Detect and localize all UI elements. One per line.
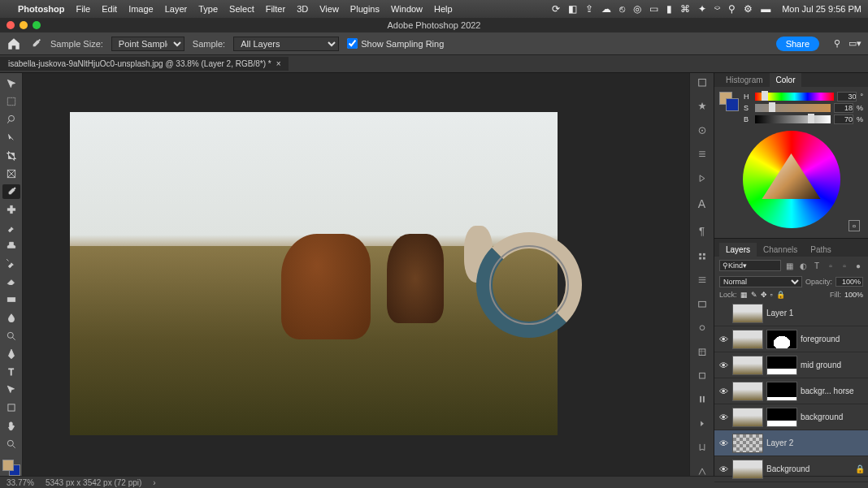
layer-visibility-icon[interactable]: 👁	[718, 386, 729, 397]
dock-icon[interactable]	[695, 101, 710, 110]
status-icon[interactable]: ✦	[698, 3, 706, 15]
hue-input[interactable]	[837, 92, 857, 101]
layer-thumbnail[interactable]	[732, 330, 763, 349]
menu-type[interactable]: Type	[198, 4, 218, 14]
document-canvas[interactable]	[70, 112, 558, 435]
filter-shape-icon[interactable]: ▫	[826, 261, 835, 270]
status-icon[interactable]: ◎	[633, 3, 641, 15]
show-sampling-ring-checkbox[interactable]: Show Sampling Ring	[347, 38, 444, 49]
menu-window[interactable]: Window	[391, 4, 423, 14]
brush-tool[interactable]	[2, 221, 20, 235]
menu-image[interactable]: Image	[128, 4, 154, 14]
filter-toggle-icon[interactable]: ●	[853, 261, 863, 270]
tab-histogram[interactable]: Histogram	[719, 73, 770, 87]
status-icon[interactable]: ⌘	[680, 3, 690, 15]
dodge-tool[interactable]	[2, 329, 20, 343]
tab-layers[interactable]: Layers	[719, 243, 757, 257]
brightness-input[interactable]	[834, 114, 853, 124]
layer-row[interactable]: 👁background	[714, 404, 868, 430]
blend-mode-select[interactable]: Normal	[719, 276, 802, 287]
menu-edit[interactable]: Edit	[102, 4, 117, 14]
dock-icon[interactable]	[695, 419, 710, 428]
document-dimensions[interactable]: 5343 px x 3542 px (72 ppi)	[46, 478, 141, 487]
filter-type-icon[interactable]: T	[812, 261, 822, 270]
layer-lock-icon[interactable]: 🔒	[855, 464, 865, 473]
history-brush-tool[interactable]	[2, 257, 20, 271]
rectangle-tool[interactable]	[2, 400, 20, 415]
dock-icon[interactable]	[695, 443, 710, 451]
opacity-input[interactable]: 100%	[835, 277, 863, 287]
status-icon[interactable]: ◧	[568, 3, 577, 15]
sample-size-select[interactable]: Point Sample	[111, 37, 184, 51]
control-center-icon[interactable]: ⚙	[744, 3, 753, 15]
pen-tool[interactable]	[2, 347, 20, 361]
dock-icon[interactable]	[695, 174, 710, 183]
blur-tool[interactable]	[2, 310, 20, 325]
dock-icon[interactable]	[695, 252, 710, 261]
layer-row[interactable]: 👁Layer 2	[714, 430, 868, 456]
lock-transparency-icon[interactable]: ▦	[740, 291, 748, 299]
hand-tool[interactable]	[2, 419, 20, 434]
layer-thumbnail[interactable]	[732, 460, 763, 479]
filter-adjustment-icon[interactable]: ◐	[798, 261, 808, 270]
layer-visibility-icon[interactable]	[718, 308, 729, 319]
foreground-background-swatches[interactable]	[719, 92, 739, 111]
layer-name[interactable]: Background	[766, 464, 852, 473]
layer-visibility-icon[interactable]: 👁	[718, 412, 729, 423]
battery-icon[interactable]: ▬	[761, 3, 770, 15]
home-icon[interactable]	[7, 37, 21, 51]
layer-visibility-icon[interactable]: 👁	[718, 464, 729, 475]
layer-filter-select[interactable]: ⚲ Kind ▾	[719, 260, 781, 271]
dock-icon[interactable]: ¶	[699, 225, 705, 237]
menu-select[interactable]: Select	[229, 4, 254, 14]
show-sampling-ring-input[interactable]	[347, 38, 358, 49]
dock-icon[interactable]	[695, 300, 710, 309]
tab-paths[interactable]: Paths	[804, 243, 838, 257]
layer-name[interactable]: Layer 1	[766, 309, 865, 317]
filter-pixel-icon[interactable]: ▦	[784, 261, 794, 270]
eyedropper-tool[interactable]	[2, 184, 20, 199]
fill-input[interactable]: 100%	[844, 291, 863, 299]
layer-visibility-icon[interactable]: 👁	[718, 334, 729, 345]
dock-icon[interactable]	[695, 348, 710, 356]
eraser-tool[interactable]	[2, 274, 20, 289]
status-icon[interactable]: ⇪	[585, 3, 593, 15]
quick-select-tool[interactable]	[2, 131, 20, 145]
layer-mask-thumbnail[interactable]	[766, 408, 797, 427]
filter-smart-icon[interactable]: ▫	[840, 261, 849, 270]
status-disclosure-icon[interactable]: ›	[153, 478, 155, 487]
dock-icon[interactable]	[695, 371, 710, 380]
menubar-clock[interactable]: Mon Jul 25 9:56 PM	[782, 4, 861, 14]
layer-thumbnail[interactable]	[732, 408, 763, 427]
layer-mask-thumbnail[interactable]	[766, 330, 797, 349]
gradient-tool[interactable]	[2, 292, 20, 307]
layer-visibility-icon[interactable]: 👁	[718, 360, 729, 371]
path-select-tool[interactable]	[2, 382, 20, 397]
layer-name[interactable]: foreground	[801, 335, 865, 343]
zoom-tool[interactable]	[2, 437, 20, 451]
dock-icon[interactable]	[695, 467, 710, 476]
stamp-tool[interactable]	[2, 239, 20, 253]
layer-thumbnail[interactable]	[732, 304, 763, 323]
menu-help[interactable]: Help	[434, 4, 453, 14]
dock-icon[interactable]	[695, 395, 710, 404]
menu-filter[interactable]: Filter	[266, 4, 285, 14]
dock-icon[interactable]: A	[698, 197, 705, 210]
status-icon[interactable]: ▭	[649, 3, 658, 15]
status-icon[interactable]: ▮	[666, 3, 672, 15]
dock-icon[interactable]	[695, 126, 710, 135]
lock-all-icon[interactable]: 🔒	[776, 291, 785, 299]
layer-thumbnail[interactable]	[732, 382, 763, 401]
layer-row[interactable]: 👁mid ground	[714, 352, 868, 378]
crop-tool[interactable]	[2, 149, 20, 163]
status-icon[interactable]: ⟳	[552, 3, 560, 15]
sample-select[interactable]: All Layers	[233, 37, 339, 51]
app-menu[interactable]: Photoshop	[18, 4, 64, 14]
lasso-tool[interactable]	[2, 112, 20, 127]
move-tool[interactable]	[2, 76, 20, 91]
dock-icon[interactable]	[695, 149, 710, 158]
lock-position-icon[interactable]: ✥	[761, 291, 767, 299]
frame-tool[interactable]	[2, 166, 20, 181]
share-button[interactable]: Share	[776, 37, 819, 51]
layer-mask-thumbnail[interactable]	[766, 382, 797, 401]
